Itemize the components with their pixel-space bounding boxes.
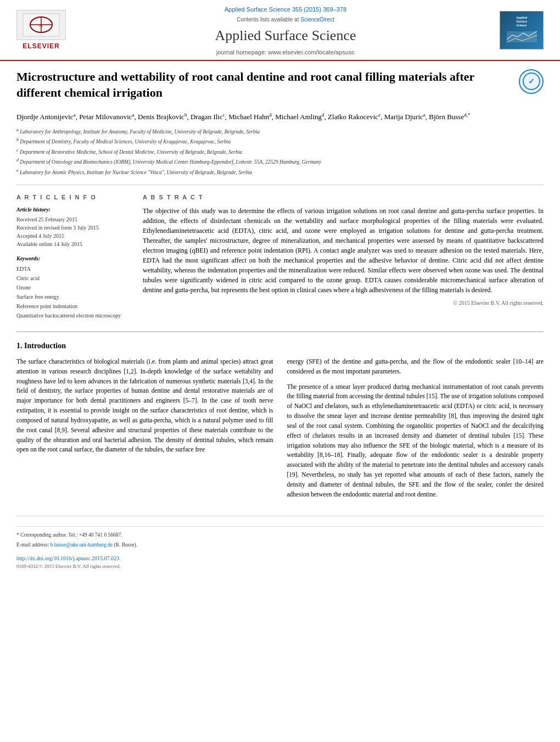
body-para-1: The surface characteristics of biologica… <box>16 357 273 455</box>
page-header: EL ELSEVIER Applied Surface Science 355 … <box>0 0 560 61</box>
journal-cover-image: AppliedSurfaceScience <box>500 11 544 49</box>
journal-link[interactable]: Applied Surface Science 355 (2015) 369–3… <box>82 4 489 14</box>
footer-section: * Corresponding author. Tel.: +49 40 741… <box>16 516 544 570</box>
history-title: Article history: <box>16 206 126 214</box>
abstract-header: A B S T R A C T <box>143 193 544 202</box>
affiliations-section: a Laboratory for Anthropology, Institute… <box>16 127 544 176</box>
affiliation-d: d Department of Osteology and Biomechani… <box>16 157 544 166</box>
abstract-text: The objective of this study was to deter… <box>143 206 544 295</box>
journal-title: Applied Surface Science <box>82 26 489 46</box>
svg-text:EL: EL <box>39 24 43 27</box>
keywords-title: Keywords: <box>16 255 126 263</box>
body-two-col: The surface characteristics of biologica… <box>16 357 544 505</box>
article-info-header: A R T I C L E I N F O <box>16 193 126 202</box>
contents-label: Contents lists available at ScienceDirec… <box>82 16 489 24</box>
received-date: Received 25 February 2015 <box>16 215 126 224</box>
journal-homepage: journal homepage: www.elsevier.com/locat… <box>82 48 489 57</box>
body-col-right: energy (SFE) of the dentine and gutta-pe… <box>287 357 544 505</box>
info-abstract-section: A R T I C L E I N F O Article history: R… <box>16 185 544 320</box>
affiliation-e: e Laboratory for Atomic Physics, Institu… <box>16 168 544 176</box>
header-left: EL ELSEVIER <box>11 10 71 51</box>
article-title-section: Microstructure and wettability of root c… <box>16 69 544 106</box>
footnote-email: E-mail address: b.busse@uke.uni-hamburg.… <box>16 541 544 549</box>
crossmark-badge[interactable]: ✓ <box>519 69 544 94</box>
page-wrapper: EL ELSEVIER Applied Surface Science 355 … <box>0 0 560 578</box>
body-para-2: energy (SFE) of the dentine and gutta-pe… <box>287 357 544 377</box>
article-title: Microstructure and wettability of root c… <box>16 69 519 101</box>
keyword-rpi: Reference point indentation <box>16 302 126 311</box>
keyword-qbei: Quantitative backscattered electron micr… <box>16 311 126 320</box>
main-content: Microstructure and wettability of root c… <box>0 61 560 578</box>
abstract-col: A B S T R A C T The objective of this st… <box>143 193 544 320</box>
elsevier-logo: EL ELSEVIER <box>11 10 71 51</box>
copyright-line: © 2015 Elsevier B.V. All rights reserved… <box>143 299 544 307</box>
affiliation-a: a Laboratory for Anthropology, Institute… <box>16 127 544 136</box>
footer-doi[interactable]: http://dx.doi.org/10.1016/j.apsusc.2015.… <box>16 553 544 563</box>
section1-title: 1. Introduction <box>16 341 544 352</box>
accepted-date: Accepted 4 July 2015 <box>16 232 126 240</box>
authors-line: Djordje Antonijevica, Petar Milovanovica… <box>16 111 544 122</box>
elsevier-label: ELSEVIER <box>23 42 59 51</box>
article-info-col: A R T I C L E I N F O Article history: R… <box>16 193 126 320</box>
footer-issn: 0169-4332/© 2015 Elsevier B.V. All right… <box>16 563 544 570</box>
elsevier-graphic: EL <box>16 10 66 40</box>
revised-date: Received in revised form 3 July 2015 <box>16 224 126 232</box>
header-right: AppliedSurfaceScience <box>500 11 549 49</box>
article-history: Article history: Received 25 February 20… <box>16 206 126 248</box>
keyword-citric: Citric acid <box>16 274 126 283</box>
keyword-sfe: Surface free energy <box>16 292 126 302</box>
svg-text:✓: ✓ <box>528 77 535 86</box>
keywords-section: Keywords: EDTA Citric acid Ozone Surface… <box>16 255 126 320</box>
keyword-edta: EDTA <box>16 264 126 274</box>
affiliation-b: b Department of Dentistry, Faculty of Me… <box>16 137 544 146</box>
keyword-ozone: Ozone <box>16 283 126 292</box>
body-col-left: The surface characteristics of biologica… <box>16 357 273 505</box>
available-date: Available online 14 July 2015 <box>16 240 126 248</box>
footnote-star: * Corresponding author. Tel.: +49 40 741… <box>16 531 544 539</box>
body-section: 1. Introduction The surface characterist… <box>16 331 544 505</box>
body-para-3: The presence of a smear layer produced d… <box>287 382 544 500</box>
affiliation-c: c Department of Restorative Medicine, Sc… <box>16 147 544 156</box>
header-center: Applied Surface Science 355 (2015) 369–3… <box>71 4 500 57</box>
